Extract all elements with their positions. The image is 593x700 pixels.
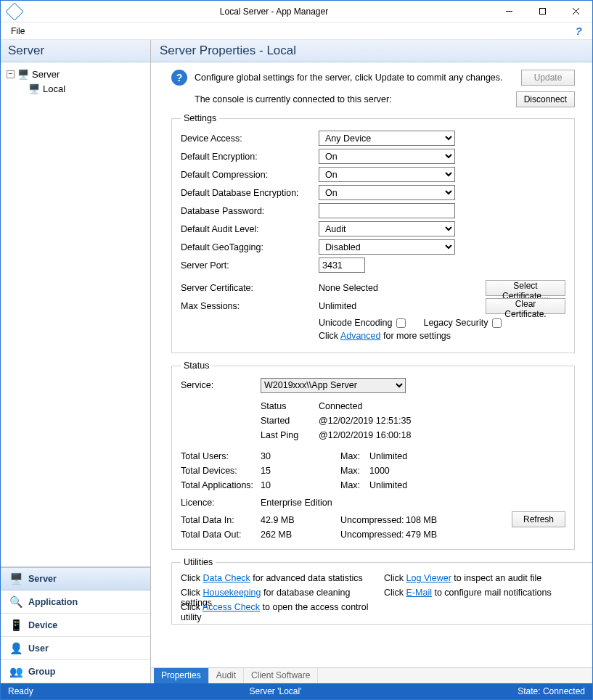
log-viewer-link[interactable]: Log Viewer xyxy=(406,573,451,583)
tree-root-label: Server xyxy=(32,69,60,80)
max-apps-k: Max: xyxy=(340,480,369,490)
advanced-row: Click Advanced for more settings xyxy=(319,331,565,345)
default-db-encryption-label: Default Database Encryption: xyxy=(181,188,319,198)
started-k: Started xyxy=(261,416,319,430)
max-users-v: Unlimited xyxy=(369,451,428,461)
right-panel: Server Properties - Local ? Configure gl… xyxy=(151,40,592,683)
lastping-v: @12/02/2019 16:00:18 xyxy=(319,430,411,445)
nav-label: Device xyxy=(28,620,57,630)
started-v: @12/02/2019 12:51:35 xyxy=(319,416,411,430)
content-area: ? Configure global settings for the serv… xyxy=(151,62,592,667)
nav-label: User xyxy=(28,643,49,654)
server-port-input[interactable] xyxy=(319,258,365,273)
status-center: Server 'Local' xyxy=(33,686,518,696)
unicode-encoding-checkbox-label[interactable]: Unicode Encoding xyxy=(319,318,406,328)
email-link[interactable]: E-Mail xyxy=(406,588,432,598)
total-apps-k: Total Applications: xyxy=(181,480,261,490)
status-bar: Ready Server 'Local' State: Connected xyxy=(1,683,592,699)
default-compression-label: Default Compression: xyxy=(181,170,319,180)
default-compression-select[interactable]: On xyxy=(319,167,455,182)
svg-rect-1 xyxy=(539,9,545,15)
disconnect-button[interactable]: Disconnect xyxy=(516,91,575,107)
maximize-button[interactable] xyxy=(525,1,559,22)
title-bar: Local Server - App Manager xyxy=(1,1,592,22)
data-in-uk: Uncompressed: xyxy=(340,515,406,525)
tab-audit[interactable]: Audit xyxy=(209,668,244,683)
server-cert-value: None Selected xyxy=(319,283,486,293)
data-in-uv: 108 MB xyxy=(406,515,449,525)
access-check-link[interactable]: Access Check xyxy=(203,602,260,612)
max-apps-v: Unlimited xyxy=(369,480,428,490)
default-encryption-label: Default Encryption: xyxy=(181,152,319,162)
settings-group: Settings Device Access: Any Device Defau… xyxy=(171,113,575,353)
server-icon: 🖥️ xyxy=(8,572,24,585)
user-icon: 👤 xyxy=(8,642,24,655)
data-check-link[interactable]: Data Check xyxy=(203,573,250,583)
default-encryption-select[interactable]: On xyxy=(319,149,455,164)
tree-child-label: Local xyxy=(43,83,65,94)
status-k: Status xyxy=(261,401,319,416)
nav-device[interactable]: 📱 Device xyxy=(1,614,150,637)
connected-row: The console is currently connected to th… xyxy=(171,91,575,107)
left-panel: Server − 🖥️ Server 🖥️ Local 🖥️ Server xyxy=(1,40,151,683)
lastping-k: Last Ping xyxy=(261,430,319,445)
status-v: Connected xyxy=(319,401,362,416)
tab-properties[interactable]: Properties xyxy=(154,668,209,683)
update-button[interactable]: Update xyxy=(521,70,575,86)
default-db-encryption-select[interactable]: On xyxy=(319,185,455,200)
left-panel-header: Server xyxy=(1,40,150,62)
tree-child-local[interactable]: 🖥️ Local xyxy=(7,81,144,96)
total-users-k: Total Users: xyxy=(181,451,261,461)
refresh-button[interactable]: Refresh xyxy=(512,511,565,527)
data-out-uv: 479 MB xyxy=(406,530,449,540)
data-in-v: 42.9 MB xyxy=(261,515,340,525)
db-password-input[interactable] xyxy=(319,203,455,218)
tab-client-software[interactable]: Client Software xyxy=(244,668,318,683)
close-button[interactable] xyxy=(559,1,592,22)
window-controls xyxy=(492,1,592,22)
menu-file[interactable]: File xyxy=(7,25,29,38)
connected-text: The console is currently connected to th… xyxy=(195,94,516,104)
utilities-legend: Utilities xyxy=(181,557,216,567)
nav-user[interactable]: 👤 User xyxy=(1,637,150,660)
menu-bar: File ? xyxy=(1,22,592,40)
clear-certificate-button[interactable]: Clear Certificate. xyxy=(486,298,565,314)
status-group: Status Service: W2019xxx\\App Server Sta… xyxy=(171,361,575,550)
select-certificate-button[interactable]: Select Certificate... xyxy=(486,280,565,296)
device-access-select[interactable]: Any Device xyxy=(319,131,455,146)
nav-label: Application xyxy=(28,597,78,607)
max-sessions-value: Unlimited xyxy=(319,301,486,311)
total-apps-v: 10 xyxy=(261,480,340,490)
nav-application[interactable]: 🔍 Application xyxy=(1,590,150,614)
total-users-v: 30 xyxy=(261,451,340,461)
advanced-link[interactable]: Advanced xyxy=(340,331,381,341)
legacy-security-checkbox-label[interactable]: Legacy Security xyxy=(423,318,502,328)
default-geo-select[interactable]: Disabled xyxy=(319,239,455,255)
minimize-button[interactable] xyxy=(492,1,525,22)
data-out-v: 262 MB xyxy=(261,530,340,540)
window-title: Local Server - App Manager xyxy=(27,7,521,17)
default-audit-label: Default Audit Level: xyxy=(181,224,319,234)
tree-collapse-icon[interactable]: − xyxy=(7,70,15,78)
default-audit-select[interactable]: Audit xyxy=(319,221,455,236)
group-icon: 👥 xyxy=(8,665,24,678)
device-icon: 📱 xyxy=(8,619,24,632)
help-icon[interactable]: ? xyxy=(576,25,586,37)
db-password-label: Database Password: xyxy=(181,206,319,216)
max-devices-v: 1000 xyxy=(369,466,428,476)
nav-list: 🖥️ Server 🔍 Application 📱 Device 👤 User … xyxy=(1,567,150,683)
max-devices-k: Max: xyxy=(340,466,369,476)
application-icon: 🔍 xyxy=(8,596,24,609)
nav-group[interactable]: 👥 Group xyxy=(1,660,150,683)
nav-server[interactable]: 🖥️ Server xyxy=(1,567,150,590)
nav-label: Server xyxy=(28,574,57,584)
data-out-uk: Uncompressed: xyxy=(340,530,406,540)
housekeeping-link[interactable]: Housekeeping xyxy=(203,588,261,598)
tree-root[interactable]: − 🖥️ Server xyxy=(7,67,144,81)
legacy-security-checkbox[interactable] xyxy=(492,318,502,328)
info-text: Configure global settings for the server… xyxy=(195,73,514,83)
service-select[interactable]: W2019xxx\\App Server xyxy=(261,378,406,393)
unicode-encoding-checkbox[interactable] xyxy=(396,318,406,328)
status-left: Ready xyxy=(8,686,33,696)
info-icon: ? xyxy=(171,70,187,86)
